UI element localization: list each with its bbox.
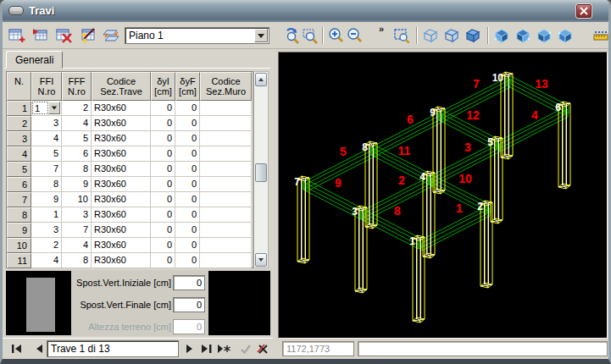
ffi-cell[interactable]: 7 [31, 162, 62, 177]
row-number-cell[interactable]: 10 [7, 238, 31, 253]
codice-trave-cell[interactable]: R30x60 [92, 116, 151, 131]
ffi-cell[interactable]: 2 [31, 238, 62, 253]
row-number-cell[interactable]: 2 [7, 116, 31, 131]
ffi-cell[interactable]: 4 [31, 253, 62, 268]
dyf-cell[interactable]: 0 [175, 207, 200, 223]
scroll-down-button[interactable] [255, 253, 267, 267]
dyf-cell[interactable]: 0 [175, 101, 200, 116]
zoom-out-button[interactable] [345, 26, 364, 45]
prior-record-button[interactable] [31, 342, 47, 356]
codice-muro-cell[interactable] [200, 146, 252, 162]
row-number-cell[interactable]: 5 [7, 162, 31, 177]
fff-cell[interactable]: 7 [62, 223, 92, 238]
ffi-combo-value[interactable]: 1 [32, 102, 48, 114]
fff-cell[interactable]: 6 [62, 146, 92, 162]
row-number-cell[interactable]: 3 [7, 131, 31, 146]
ffi-node-combo-cell[interactable]: 1 [31, 101, 62, 116]
iso-view-ne-button[interactable] [535, 26, 553, 45]
codice-muro-cell[interactable] [200, 131, 252, 146]
codice-muro-cell[interactable] [200, 238, 252, 253]
dyi-cell[interactable]: 0 [151, 116, 175, 131]
column-header[interactable]: δyI[cm] [151, 72, 175, 101]
ffi-cell[interactable]: 8 [31, 177, 62, 192]
record-indicator[interactable]: Trave 1 di 13 [47, 340, 179, 357]
codice-trave-cell[interactable]: R30x60 [92, 146, 151, 162]
last-record-button[interactable] [199, 342, 214, 356]
dyi-cell[interactable]: 0 [151, 223, 175, 238]
dyi-cell[interactable]: 0 [151, 146, 175, 162]
codice-trave-cell[interactable]: R30x60 [92, 101, 151, 116]
cancel-edit-button[interactable] [255, 342, 270, 356]
dyf-cell[interactable]: 0 [175, 131, 200, 146]
codice-trave-cell[interactable]: R30x60 [92, 131, 151, 146]
dyi-cell[interactable]: 0 [151, 238, 175, 253]
ffi-cell[interactable]: 4 [31, 131, 62, 146]
codice-trave-cell[interactable]: R30x60 [92, 223, 151, 238]
ffi-combo-dropdown[interactable] [48, 102, 60, 114]
fff-cell[interactable]: 2 [62, 101, 92, 116]
row-number-cell[interactable]: 4 [7, 146, 31, 162]
ffi-cell[interactable]: 3 [31, 116, 62, 131]
view-wireframe-button[interactable] [421, 26, 440, 45]
fff-cell[interactable]: 9 [62, 177, 92, 192]
ffi-cell[interactable]: 1 [31, 207, 62, 223]
dyi-cell[interactable]: 0 [151, 207, 175, 223]
codice-muro-cell[interactable] [200, 207, 252, 223]
codice-trave-cell[interactable]: R30x60 [92, 253, 151, 268]
ffi-cell[interactable]: 5 [31, 146, 62, 162]
codice-trave-cell[interactable]: R30x60 [92, 207, 151, 223]
fff-cell[interactable]: 8 [62, 253, 92, 268]
dyi-cell[interactable]: 0 [151, 253, 175, 268]
iso-view-sw-button[interactable] [492, 26, 511, 45]
column-header[interactable]: δyF[cm] [175, 72, 200, 101]
column-header[interactable]: N. [7, 72, 31, 101]
ffi-cell[interactable]: 3 [31, 223, 62, 238]
row-number-cell[interactable]: 8 [7, 207, 31, 223]
dyf-cell[interactable]: 0 [175, 146, 200, 162]
first-record-button[interactable] [9, 342, 25, 356]
codice-muro-cell[interactable] [200, 253, 252, 268]
edit-rows-button[interactable] [79, 26, 97, 45]
dyi-cell[interactable]: 0 [151, 101, 175, 116]
title-bar[interactable]: Travi [0, 0, 611, 22]
dyi-cell[interactable]: 0 [151, 131, 175, 146]
dyf-cell[interactable]: 0 [175, 192, 200, 207]
codice-muro-cell[interactable] [200, 101, 252, 116]
column-header[interactable]: CodiceSez.Muro [200, 72, 252, 101]
field-input[interactable]: 0 [173, 275, 205, 290]
dyf-cell[interactable]: 0 [175, 116, 200, 131]
codice-trave-cell[interactable]: R30x60 [92, 162, 151, 177]
structure-3d-view[interactable]: 1234567891011121312345678910 [278, 52, 608, 339]
fff-cell[interactable]: 5 [62, 131, 92, 146]
dyf-cell[interactable]: 0 [175, 162, 200, 177]
dyi-cell[interactable]: 0 [151, 162, 175, 177]
delete-row-button[interactable] [55, 26, 74, 45]
codice-trave-cell[interactable]: R30x60 [92, 192, 151, 207]
view-solid-button[interactable] [464, 26, 482, 45]
add-row-button[interactable] [8, 26, 26, 45]
iso-view-se-button[interactable] [514, 26, 532, 45]
zoom-extents-button[interactable] [392, 26, 411, 45]
zoom-window-button[interactable] [301, 26, 319, 45]
scrollbar-thumb[interactable] [255, 163, 267, 182]
fff-cell[interactable]: 4 [62, 238, 92, 253]
row-number-cell[interactable]: 6 [7, 177, 31, 192]
dyi-cell[interactable]: 0 [151, 177, 175, 192]
append-record-button[interactable] [216, 342, 231, 356]
row-number-cell[interactable]: 1 [7, 101, 31, 116]
post-edit-button[interactable] [238, 342, 253, 356]
row-number-cell[interactable]: 7 [7, 192, 31, 207]
close-button[interactable] [575, 3, 592, 19]
row-number-cell[interactable]: 11 [7, 253, 31, 268]
fff-cell[interactable]: 3 [62, 207, 92, 223]
scroll-up-button[interactable] [255, 73, 267, 86]
codice-muro-cell[interactable] [200, 192, 252, 207]
piano-dropdown-button[interactable] [254, 29, 268, 42]
tab-generali[interactable]: Generali [6, 51, 63, 69]
codice-muro-cell[interactable] [200, 177, 252, 192]
iso-view-nw-button[interactable] [556, 26, 575, 45]
piano-select[interactable]: Piano 1 [125, 27, 269, 44]
codice-trave-cell[interactable]: R30x60 [92, 238, 151, 253]
zoom-in-button[interactable] [326, 26, 345, 45]
dyf-cell[interactable]: 0 [175, 177, 200, 192]
